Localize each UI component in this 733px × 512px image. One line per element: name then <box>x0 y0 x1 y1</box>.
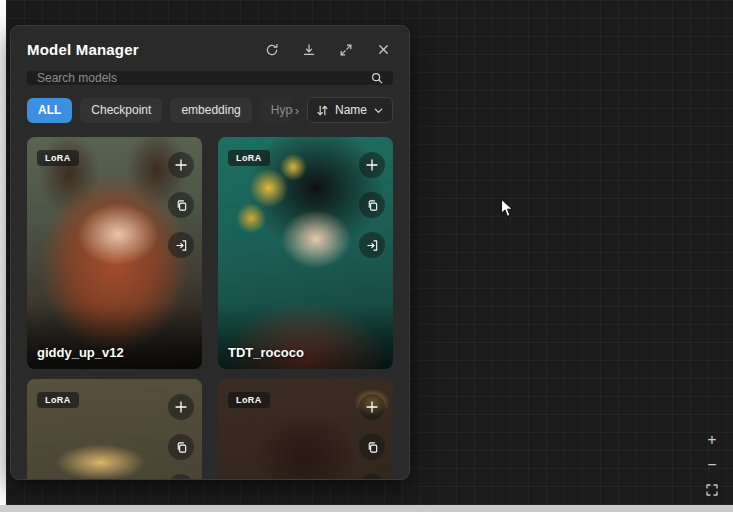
copy-model-button[interactable] <box>168 192 194 218</box>
refresh-button[interactable] <box>264 42 280 58</box>
sort-label: Name <box>335 103 367 117</box>
search-icon <box>370 71 384 85</box>
zoom-out-button[interactable]: − <box>701 454 723 476</box>
download-button[interactable] <box>301 42 317 58</box>
filter-chip-checkpoint[interactable]: Checkpoint <box>80 98 162 123</box>
panel-header: Model Manager <box>11 26 409 69</box>
copy-model-button[interactable] <box>359 192 385 218</box>
model-name: TDT_rococo <box>228 345 304 360</box>
filter-chip-all[interactable]: ALL <box>27 98 72 123</box>
app-viewport: Model Manager <box>0 0 733 512</box>
load-model-button[interactable] <box>168 232 194 258</box>
copy-icon <box>175 199 188 212</box>
model-type-badge: LoRA <box>37 150 79 166</box>
card-actions <box>359 152 385 258</box>
zoom-in-button[interactable]: + <box>701 429 723 451</box>
load-model-button[interactable] <box>168 474 194 480</box>
sort-icon <box>316 104 329 117</box>
copy-model-button[interactable] <box>359 434 385 460</box>
refresh-icon <box>265 43 279 57</box>
expand-icon <box>339 43 353 57</box>
close-button[interactable] <box>375 42 391 58</box>
model-manager-panel: Model Manager <box>10 25 410 480</box>
download-icon <box>302 43 316 57</box>
expand-button[interactable] <box>338 42 354 58</box>
copy-model-button[interactable] <box>168 434 194 460</box>
close-icon <box>377 43 390 56</box>
add-model-button[interactable] <box>168 152 194 178</box>
plus-icon <box>365 400 379 414</box>
canvas-zoom-controls: + − <box>701 429 723 501</box>
model-type-badge: LoRA <box>37 392 79 408</box>
model-type-badge: LoRA <box>228 150 270 166</box>
search-box <box>27 71 393 85</box>
horizontal-scrollbar[interactable] <box>0 505 733 512</box>
load-model-button[interactable] <box>359 232 385 258</box>
model-card-tdt-rococo[interactable]: LoRA <box>218 137 393 369</box>
card-actions <box>359 394 385 480</box>
chevron-down-icon <box>373 105 384 116</box>
import-icon <box>175 239 188 252</box>
model-card-row2-right[interactable]: LoRA <box>218 379 393 480</box>
model-card-row2-left[interactable]: LoRA <box>27 379 202 480</box>
model-card-grid: LoRA <box>27 137 393 480</box>
fit-view-button[interactable] <box>701 479 723 501</box>
sort-dropdown[interactable]: Name <box>307 97 393 123</box>
card-actions <box>168 394 194 480</box>
model-card-giddy-up-v12[interactable]: LoRA <box>27 137 202 369</box>
load-model-button[interactable] <box>359 474 385 480</box>
filter-row: ALL Checkpoint embedding Hype › Name <box>27 97 393 123</box>
plus-icon <box>174 158 188 172</box>
copy-icon <box>175 441 188 454</box>
plus-icon <box>174 400 188 414</box>
filters-scroll-right-icon[interactable]: › <box>295 103 299 118</box>
model-name: giddy_up_v12 <box>37 345 124 360</box>
fit-view-icon <box>705 483 719 497</box>
copy-icon <box>366 441 379 454</box>
panel-header-actions <box>264 42 391 58</box>
add-model-button[interactable] <box>359 152 385 178</box>
add-model-button[interactable] <box>359 394 385 420</box>
search-input[interactable] <box>37 71 370 85</box>
import-icon <box>366 239 379 252</box>
plus-icon <box>365 158 379 172</box>
model-type-badge: LoRA <box>228 392 270 408</box>
add-model-button[interactable] <box>168 394 194 420</box>
panel-title: Model Manager <box>27 41 264 58</box>
node-editor-canvas[interactable]: Model Manager <box>6 0 733 505</box>
filter-chip-embedding[interactable]: embedding <box>170 98 251 123</box>
copy-icon <box>366 199 379 212</box>
filter-chip-hypernetwork[interactable]: Hype <box>260 98 293 123</box>
card-actions <box>168 152 194 258</box>
